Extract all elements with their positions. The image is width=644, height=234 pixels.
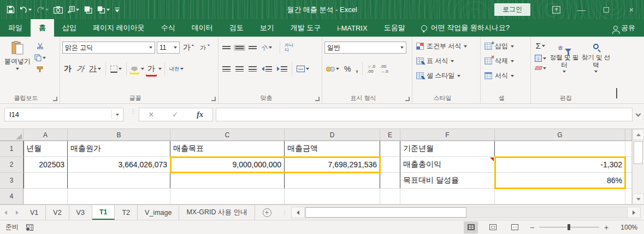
phonetic-button[interactable]: 내천 <box>168 66 185 73</box>
cancel-icon[interactable]: × <box>149 110 153 120</box>
tab-insert[interactable]: 삽입 <box>54 19 85 37</box>
cell-d1[interactable]: 매출금액 <box>285 141 380 157</box>
cell-a1[interactable]: 년월 <box>23 141 68 157</box>
orientation-button[interactable]: 가 <box>260 44 274 52</box>
font-dialog-launcher[interactable] <box>211 97 216 101</box>
cell-d3[interactable] <box>285 173 380 189</box>
align-left-button[interactable] <box>221 65 232 73</box>
select-all-corner[interactable] <box>0 129 23 141</box>
cell-d2[interactable]: 7,698,291,536 <box>285 157 380 173</box>
row-header-2[interactable]: 2 <box>0 157 23 173</box>
number-dialog-launcher[interactable] <box>405 97 410 101</box>
cell-c1[interactable]: 매출목표 <box>170 141 285 157</box>
cell-b3[interactable] <box>68 173 170 189</box>
cell-g3[interactable]: 86% <box>495 173 625 189</box>
row-header-4[interactable]: 4 <box>0 189 23 204</box>
paste-special-icon[interactable] <box>68 6 79 14</box>
share-button[interactable]: 공유 <box>613 19 644 37</box>
zoom-out-icon[interactable]: − <box>529 223 535 232</box>
conditional-formatting-button[interactable]: 조건부 서식 <box>415 40 478 52</box>
page-layout-view-button[interactable] <box>486 221 500 233</box>
clipboard-dialog-launcher[interactable] <box>53 97 57 101</box>
scroll-up-icon[interactable] <box>633 129 644 140</box>
cell-c3[interactable] <box>170 173 285 189</box>
column-header-g[interactable]: G <box>495 129 625 141</box>
format-painter-icon[interactable] <box>33 65 48 74</box>
clear-button[interactable] <box>533 65 548 71</box>
tab-developer[interactable]: 개발 도구 <box>282 19 329 37</box>
cell-b1[interactable]: 매출원가 <box>68 141 170 157</box>
column-header-c[interactable]: C <box>170 129 285 141</box>
formula-input[interactable] <box>216 108 633 121</box>
cell-h4-partial[interactable] <box>625 189 632 204</box>
enter-icon[interactable]: ✓ <box>172 110 178 119</box>
column-header-partial[interactable] <box>625 129 632 141</box>
autosum-button[interactable]: Σ <box>533 40 548 51</box>
scroll-down-icon[interactable] <box>633 194 644 204</box>
fill-button[interactable]: ↓ <box>533 54 548 63</box>
cell-e1[interactable] <box>380 141 400 157</box>
new-sheet-button[interactable]: + <box>255 205 279 220</box>
normal-view-button[interactable] <box>464 221 478 233</box>
fill-color-dropdown[interactable] <box>141 68 144 70</box>
column-header-e[interactable]: E <box>380 129 400 141</box>
sheet-nav-right-icon[interactable] <box>11 205 23 220</box>
customize-qat-icon[interactable] <box>115 7 120 13</box>
zoom-slider-thumb[interactable] <box>568 224 570 230</box>
underline-button[interactable]: 가 <box>87 63 103 75</box>
zoom-level-label[interactable]: 100% <box>617 224 637 231</box>
sheet-tab-v2[interactable]: V2 <box>46 205 69 220</box>
italic-button[interactable]: 가 <box>74 63 86 75</box>
vertical-scrollbar[interactable] <box>632 129 644 204</box>
cell-f3[interactable]: 목표대비 달성율 <box>400 173 495 189</box>
tab-file[interactable]: 파일 <box>0 19 31 37</box>
minimize-icon[interactable]: — <box>569 0 594 19</box>
name-box[interactable]: I14 <box>4 108 123 121</box>
row-header-3[interactable]: 3 <box>0 173 23 189</box>
middle-align-button[interactable] <box>234 45 245 51</box>
cell-e2[interactable] <box>380 157 400 173</box>
bold-button[interactable]: 가 <box>62 63 73 75</box>
tab-home[interactable]: 홈 <box>31 19 54 37</box>
column-header-d[interactable]: D <box>285 129 380 141</box>
sheet-tab-v3[interactable]: V3 <box>69 205 92 220</box>
sheet-tab-v-image[interactable]: V_image <box>138 205 179 220</box>
sheet-tab-t2[interactable]: T2 <box>115 205 138 220</box>
fill-color-button[interactable] <box>129 66 139 73</box>
cell-d4[interactable] <box>285 189 380 204</box>
cell-b2[interactable]: 3,664,026,073 <box>68 157 170 173</box>
align-right-button[interactable] <box>247 65 258 73</box>
cell-g2[interactable]: -1,302 <box>495 157 625 173</box>
align-center-button[interactable] <box>234 65 245 73</box>
close-icon[interactable]: × <box>619 0 644 19</box>
cell-a4[interactable] <box>23 189 68 204</box>
sheet-tab-t1[interactable]: T1 <box>92 205 115 220</box>
tab-view[interactable]: 보기 <box>252 19 282 37</box>
format-as-table-button[interactable]: ✎표 서식 <box>415 55 478 67</box>
cell-c2[interactable]: 9,000,000,000 <box>170 157 285 173</box>
increase-decimal-button[interactable]: ←.0 .00 <box>365 63 377 75</box>
column-header-b[interactable]: B <box>68 129 170 141</box>
decrease-indent-button[interactable] <box>260 65 274 73</box>
cell-f1[interactable]: 기준년월 <box>400 141 495 157</box>
sheet-tab-mx-grid[interactable]: MX-GRID 사용 안내 <box>179 205 255 220</box>
font-name-select[interactable]: 맑은 고딕 <box>62 42 155 54</box>
font-color-button[interactable]: 가 <box>146 63 157 75</box>
tab-data[interactable]: 데이터 <box>184 19 221 37</box>
bottom-align-button[interactable] <box>247 45 258 51</box>
tab-formulas[interactable]: 수식 <box>153 19 184 37</box>
decrease-font-size-button[interactable]: 가 <box>198 43 212 53</box>
cell-g1[interactable] <box>495 141 625 157</box>
cell-h1-partial[interactable] <box>625 141 632 157</box>
cell-h3-partial[interactable] <box>625 173 632 189</box>
tell-me-box[interactable]: 어떤 작업을 원하시나요? <box>413 19 517 37</box>
collapse-ribbon-icon[interactable] <box>616 89 617 99</box>
increase-indent-button[interactable] <box>275 65 289 73</box>
top-align-button[interactable] <box>221 45 232 51</box>
font-size-select[interactable]: 11 <box>157 42 180 54</box>
redo-icon[interactable] <box>37 6 49 13</box>
macro-record-icon[interactable] <box>26 224 33 231</box>
copy-icon[interactable] <box>33 53 48 62</box>
accounting-format-button[interactable] <box>324 66 341 73</box>
alignment-dialog-launcher[interactable] <box>315 97 320 101</box>
